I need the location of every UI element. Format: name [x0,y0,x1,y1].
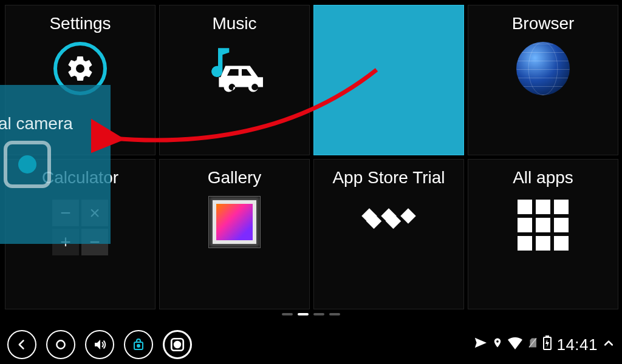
tile-gallery[interactable]: Gallery [159,159,310,309]
tile-allapps-label: All apps [513,168,573,187]
drag-ghost-panel[interactable]: rnal camera [0,85,111,244]
page-dot[interactable] [329,313,340,315]
no-sim-icon [527,336,538,353]
tile-allapps[interactable]: All apps [468,159,618,309]
battery-charging-icon [543,335,552,354]
status-tray: 14:41 [474,335,615,354]
tile-music-label: Music [212,14,256,33]
tile-gallery-label: Gallery [208,168,262,187]
page-dot-active[interactable] [298,313,309,315]
home-button[interactable] [46,330,75,359]
shop-button[interactable] [124,330,153,359]
page-dot[interactable] [313,313,324,315]
gallery-icon [160,196,309,309]
location-pin-icon [492,336,503,353]
nav-left [7,330,192,359]
tile-appstore[interactable]: App Store Trial [313,159,464,309]
clock: 14:41 [556,335,598,354]
location-send-icon [474,336,487,353]
page-indicator [0,313,622,315]
svg-rect-7 [545,335,549,337]
drag-ghost-label: rnal camera [0,114,73,133]
tile-settings-label: Settings [49,14,111,33]
expand-up-icon[interactable] [603,336,615,353]
music-car-icon [160,42,309,155]
svg-point-2 [137,345,140,347]
tile-drag-source[interactable] [313,5,464,155]
volume-button[interactable] [85,330,114,359]
camera-icon [4,141,51,188]
navbar: 14:41 [0,325,622,364]
all-apps-icon [468,196,618,309]
svg-point-0 [56,340,64,348]
camera-button[interactable] [163,330,192,359]
appstore-icon [314,196,463,309]
tile-music[interactable]: Music [159,5,310,155]
tile-browser[interactable]: Browser [468,5,618,155]
tile-browser-label: Browser [512,14,575,33]
tile-appstore-label: App Store Trial [332,168,445,187]
back-button[interactable] [7,330,36,359]
svg-point-4 [174,342,180,348]
globe-icon [468,42,618,155]
wifi-icon [508,336,522,353]
page-dot[interactable] [282,313,293,315]
